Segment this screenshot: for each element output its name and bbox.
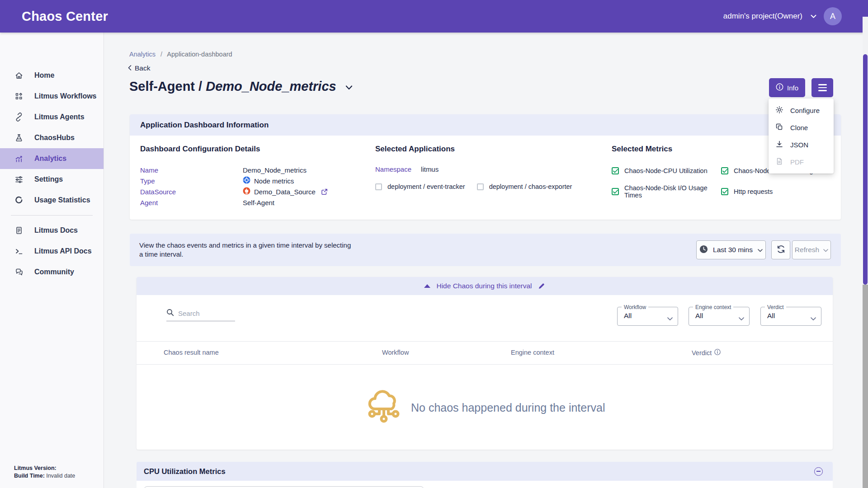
sidebar-item-litmus-agents[interactable]: Litmus Agents bbox=[0, 107, 104, 127]
checkbox-label: deployment / event-tracker bbox=[387, 183, 465, 190]
checkbox-checked bbox=[721, 167, 728, 174]
top-header: Chaos Center admin's project(Owner) A bbox=[0, 0, 868, 33]
search-input[interactable] bbox=[178, 310, 232, 317]
info-circle-icon[interactable] bbox=[714, 349, 721, 357]
sidebar-item-analytics[interactable]: Analytics bbox=[0, 148, 104, 169]
chevron-left-icon bbox=[128, 64, 132, 72]
sidebar-item-usage-statistics[interactable]: Usage Statistics bbox=[0, 190, 104, 211]
cpu-section-title: CPU Utilization Metrics bbox=[144, 467, 226, 476]
config-row-name: Name Demo_Node_metrics bbox=[140, 164, 328, 175]
page-scrollbar[interactable] bbox=[863, 0, 868, 488]
download-icon bbox=[775, 140, 783, 150]
refresh-now-button[interactable] bbox=[771, 240, 790, 259]
checkbox-label: Http requests bbox=[734, 188, 773, 195]
menu-item-label: Clone bbox=[790, 124, 808, 131]
verdict-filter-select[interactable]: Verdict All bbox=[760, 307, 821, 326]
api-docs-icon bbox=[14, 247, 24, 256]
table-divider bbox=[137, 364, 833, 365]
back-label: Back bbox=[135, 64, 150, 72]
sidebar-item-litmus-docs[interactable]: Litmus Docs bbox=[0, 220, 104, 241]
checkbox-label: Chaos-Node-Disk I/O Usage Times bbox=[624, 184, 721, 199]
select-value: All bbox=[624, 312, 632, 320]
refresh-icon bbox=[776, 244, 786, 255]
info-button-label: Info bbox=[787, 84, 798, 92]
checkbox-metric-disk-io-times[interactable]: Chaos-Node-Disk I/O Usage Times bbox=[612, 184, 721, 199]
sidebar-divider bbox=[11, 215, 93, 216]
menu-item-label: PDF bbox=[790, 158, 804, 166]
config-value: Demo_Node_metrics bbox=[243, 166, 307, 174]
namespace-label: Namespace bbox=[375, 165, 411, 173]
sidebar-item-settings[interactable]: Settings bbox=[0, 169, 104, 190]
cloud-network-icon bbox=[368, 389, 400, 427]
back-button[interactable]: Back bbox=[128, 64, 150, 72]
prometheus-icon bbox=[243, 187, 250, 196]
checkbox-event-tracker[interactable]: deployment / event-tracker bbox=[375, 183, 465, 190]
external-link-icon[interactable] bbox=[321, 188, 328, 195]
scrollbar-thumb[interactable] bbox=[863, 54, 868, 285]
column-header-workflow: Workflow bbox=[382, 349, 409, 356]
info-icon bbox=[776, 83, 783, 92]
sidebar-item-label: Litmus Agents bbox=[34, 113, 85, 121]
sidebar-item-label: Home bbox=[34, 71, 54, 80]
hide-chaos-label[interactable]: Hide Chaos during this interval bbox=[436, 282, 532, 290]
sidebar-item-label: Litmus Workflows bbox=[34, 92, 97, 100]
search-field bbox=[166, 309, 235, 321]
sidebar-item-chaoshubs[interactable]: ChaosHubs bbox=[0, 127, 104, 148]
menu-item-pdf[interactable]: PDF bbox=[769, 153, 834, 170]
breadcrumb-analytics[interactable]: Analytics bbox=[129, 51, 156, 58]
config-row-datasource: DataSource Demo_Data_Source bbox=[140, 186, 328, 197]
checkbox-checked bbox=[721, 188, 728, 195]
breadcrumb: Analytics / Application-dashboard bbox=[129, 51, 232, 58]
scrollbar-track[interactable] bbox=[863, 17, 868, 54]
select-label: Workflow bbox=[622, 304, 648, 310]
empty-state: No chaos happened during the interval bbox=[368, 389, 605, 427]
chaos-events-panel: Hide Chaos during this interval Workflow… bbox=[137, 277, 833, 450]
collapse-triangle-icon[interactable] bbox=[424, 284, 430, 288]
scrollbar-header-segment bbox=[863, 0, 868, 17]
file-icon bbox=[775, 157, 783, 167]
checkbox-metric-http-requests[interactable]: Http requests bbox=[721, 184, 831, 199]
chevron-down-icon[interactable] bbox=[811, 14, 816, 19]
application-dashboard-information-panel: Application Dashboard Information Dashbo… bbox=[130, 114, 841, 220]
table-divider bbox=[137, 341, 833, 342]
info-button[interactable]: Info bbox=[769, 78, 805, 97]
menu-item-json[interactable]: JSON bbox=[769, 136, 834, 153]
checkbox-unchecked bbox=[375, 183, 382, 190]
project-selector-label[interactable]: admin's project(Owner) bbox=[723, 12, 802, 21]
agent-name: Self-Agent / bbox=[129, 79, 202, 94]
breadcrumb-separator: / bbox=[160, 51, 162, 58]
checkbox-metric-cpu-utilization[interactable]: Chaos-Node-CPU Utilization bbox=[612, 167, 721, 174]
sidebar-item-community[interactable]: Community bbox=[0, 262, 104, 282]
collapse-minus-icon[interactable] bbox=[814, 467, 823, 476]
checkbox-chaos-exporter[interactable]: deployment / chaos-exporter bbox=[477, 183, 572, 190]
engine-context-filter-select[interactable]: Engine context All bbox=[689, 307, 750, 326]
config-label: Agent bbox=[140, 199, 243, 206]
dashboard-options-menu-button[interactable] bbox=[811, 78, 833, 97]
checkbox-label: Chaos-Node-CPU Utilization bbox=[624, 167, 708, 174]
refresh-mode-button[interactable]: Refresh bbox=[792, 240, 831, 259]
dashboard-switch-chevron-icon[interactable] bbox=[345, 84, 353, 92]
edit-pencil-icon[interactable] bbox=[538, 282, 545, 290]
sidebar-item-litmus-api-docs[interactable]: Litmus API Docs bbox=[0, 241, 104, 262]
menu-item-clone[interactable]: Clone bbox=[769, 119, 834, 136]
sidebar-item-litmus-workflows[interactable]: Litmus Workflows bbox=[0, 86, 104, 107]
app-title: Chaos Center bbox=[22, 9, 108, 24]
menu-item-configure[interactable]: Configure bbox=[769, 102, 834, 119]
empty-message: No chaos happened during the interval bbox=[411, 401, 605, 414]
scrollbar-track[interactable] bbox=[863, 285, 868, 488]
sidebar-item-label: Settings bbox=[34, 175, 63, 183]
avatar[interactable]: A bbox=[824, 7, 842, 25]
workflow-filter-select[interactable]: Workflow All bbox=[617, 307, 678, 326]
node-metrics-icon bbox=[243, 176, 250, 185]
chevron-down-icon bbox=[667, 314, 673, 323]
sidebar-item-label: Community bbox=[34, 268, 74, 276]
sidebar-item-home[interactable]: Home bbox=[0, 65, 104, 86]
time-range-button[interactable]: Last 30 mins bbox=[696, 240, 766, 259]
column-header-label: Verdict bbox=[692, 349, 712, 357]
chevron-down-icon bbox=[811, 314, 816, 323]
menu-item-label: Configure bbox=[790, 107, 820, 114]
namespace-value: litmus bbox=[421, 165, 439, 173]
sidebar: Home Litmus Workflows Litmus Agents Chao… bbox=[0, 33, 104, 488]
config-value: Node metrics bbox=[254, 177, 294, 185]
dashboard-options-dropdown: Configure Clone JSON PDF bbox=[769, 99, 834, 174]
